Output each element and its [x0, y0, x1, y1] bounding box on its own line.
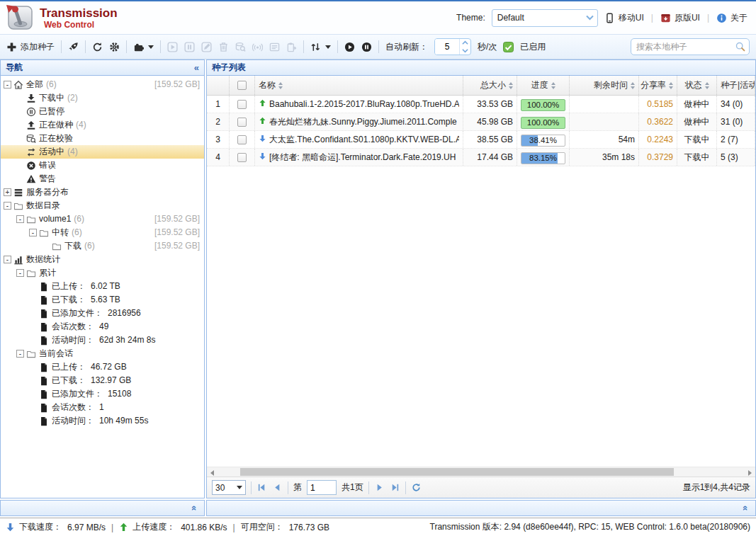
recheck-button[interactable] — [235, 42, 246, 52]
nav-item[interactable]: -数据目录 — [1, 199, 204, 212]
refresh-button[interactable] — [92, 42, 103, 52]
nav-item[interactable]: 已添加文件：15108 — [1, 387, 204, 401]
plugin-menu-button[interactable] — [133, 42, 154, 52]
page-size-select[interactable]: 30 — [212, 480, 246, 495]
column-header-status[interactable]: 状态 — [677, 76, 717, 95]
search-input[interactable] — [631, 38, 750, 55]
scrollbar-thumb[interactable] — [240, 468, 674, 476]
about-label: 关于 — [730, 12, 747, 24]
spinner-up-button[interactable] — [460, 39, 470, 47]
torrent-row[interactable]: 3大太监.The.Confidant.S01.1080p.KKTV.WEB-DL… — [207, 131, 755, 149]
copy-path-button[interactable] — [286, 42, 297, 52]
nav-item[interactable]: 下载(6)[159.52 GB] — [1, 239, 204, 253]
row-checkbox[interactable] — [237, 118, 247, 127]
scrollbar-track[interactable] — [218, 467, 745, 477]
auto-refresh-spinner[interactable] — [434, 38, 471, 55]
nav-item[interactable]: 活动时间：62d 3h 24m 8s — [1, 333, 204, 347]
tree-indent — [1, 300, 29, 300]
nav-item[interactable]: -数据统计 — [1, 253, 204, 266]
spinner-down-button[interactable] — [460, 47, 470, 55]
pause-all-button[interactable] — [361, 42, 372, 52]
about-button[interactable]: 关于 — [716, 12, 747, 24]
tree-expander-icon[interactable]: - — [4, 202, 11, 210]
right-collapsed-panel[interactable]: « — [206, 500, 756, 516]
announce-button[interactable] — [252, 42, 263, 52]
next-page-button[interactable] — [374, 482, 385, 493]
nav-item[interactable]: +服务器分布 — [1, 186, 204, 199]
tree-expander-icon[interactable]: - — [16, 350, 24, 358]
nav-item[interactable]: 已上传：6.02 TB — [1, 280, 204, 293]
start-button[interactable] — [167, 42, 178, 52]
nav-item[interactable]: -累计 — [1, 266, 204, 280]
torrent-row[interactable]: 2春光灿烂猪九妹.Sunny.Piggy.Jiumei.2011.Comple4… — [207, 113, 755, 131]
nav-item[interactable]: 下载中(2) — [1, 91, 204, 105]
queue-menu-button[interactable] — [310, 42, 331, 52]
tree-expander-icon[interactable]: - — [29, 229, 37, 236]
row-checkbox[interactable] — [237, 100, 247, 109]
nav-item[interactable]: 已暂停 — [1, 105, 204, 118]
search-icon[interactable] — [735, 42, 745, 52]
nav-item[interactable]: 活动中(4) — [1, 145, 204, 159]
mobile-ui-button[interactable]: 移动UI — [604, 12, 644, 24]
nav-item[interactable]: -volume1(6)[159.52 GB] — [1, 212, 204, 226]
nav-item[interactable]: 正在校验 — [1, 132, 204, 145]
nav-item[interactable]: 会话次数：49 — [1, 320, 204, 333]
expand-up-icon[interactable]: « — [740, 506, 751, 511]
nav-item[interactable]: 已下载：132.97 GB — [1, 374, 204, 387]
nav-item-label: 服务器分布 — [26, 186, 69, 199]
original-ui-button[interactable]: 原版UI — [660, 12, 700, 24]
nav-item[interactable]: 已下载：5.63 TB — [1, 293, 204, 307]
tree-expander-icon[interactable]: - — [4, 256, 11, 263]
scroll-right-button[interactable] — [745, 467, 755, 477]
scroll-left-button[interactable] — [207, 467, 218, 477]
nav-item[interactable]: -中转(6)[159.52 GB] — [1, 226, 204, 239]
nav-item[interactable]: 错误 — [1, 159, 204, 172]
nav-item[interactable]: 已添加文件：2816956 — [1, 307, 204, 320]
nav-item[interactable]: 正在做种(4) — [1, 118, 204, 132]
rocket-button[interactable] — [68, 42, 79, 52]
theme-select[interactable]: Default — [492, 9, 598, 27]
auto-refresh-input[interactable] — [435, 39, 459, 55]
reload-list-button[interactable] — [411, 482, 422, 493]
column-header-seeds[interactable]: 种子|活动 — [717, 76, 755, 95]
delete-button[interactable] — [218, 42, 229, 52]
details-button[interactable] — [269, 42, 280, 52]
last-page-button[interactable] — [390, 482, 400, 493]
prev-page-button[interactable] — [272, 482, 283, 493]
pause-box-icon — [184, 42, 195, 52]
row-checkbox[interactable] — [237, 153, 247, 162]
first-page-button[interactable] — [256, 482, 267, 493]
start-all-button[interactable] — [344, 42, 355, 52]
horizontal-scrollbar[interactable] — [207, 467, 755, 477]
select-all-header[interactable] — [230, 76, 255, 95]
torrent-row[interactable]: 4[终结者: 黑暗命运].Terminator.Dark.Fate.2019.U… — [207, 149, 755, 166]
settings-button[interactable] — [109, 42, 120, 52]
column-header-size[interactable]: 总大小 — [463, 76, 517, 95]
row-checkbox[interactable] — [237, 135, 247, 144]
speed-info: 下载速度：6.97 MB/s | 上传速度：401.86 KB/s | 可用空间… — [6, 521, 329, 533]
transmission-logo-icon — [6, 3, 34, 33]
nav-item[interactable]: 警告 — [1, 172, 204, 186]
pause-button[interactable] — [184, 42, 195, 52]
nav-item[interactable]: 已上传：46.72 GB — [1, 360, 204, 374]
nav-item[interactable]: -当前会话 — [1, 347, 204, 360]
left-collapsed-panel[interactable]: « — [0, 500, 205, 516]
tree-expander-icon[interactable]: - — [16, 269, 24, 277]
select-all-checkbox[interactable] — [237, 81, 247, 90]
page-number-input[interactable] — [307, 480, 337, 495]
column-header-name[interactable]: 名称 — [255, 76, 463, 95]
column-header-progress[interactable]: 进度 — [517, 76, 570, 95]
tree-expander-icon[interactable]: - — [16, 215, 24, 223]
collapse-left-icon[interactable]: « — [194, 60, 199, 75]
tree-expander-icon[interactable]: + — [4, 188, 11, 196]
nav-item[interactable]: -全部(6)[159.52 GB] — [1, 78, 204, 91]
edit-button[interactable] — [201, 42, 212, 52]
nav-item[interactable]: 会话次数：1 — [1, 401, 204, 414]
column-header-remaining[interactable]: 剩余时间 — [570, 76, 639, 95]
torrent-row[interactable]: 1Baahubali.1-2.2015-2017.BluRay.1080p.Tr… — [207, 96, 755, 113]
tree-expander-icon[interactable]: - — [4, 81, 11, 89]
nav-item[interactable]: 活动时间：10h 49m 55s — [1, 414, 204, 428]
expand-up-icon[interactable]: « — [189, 506, 200, 511]
add-torrent-button[interactable]: 添加种子 — [6, 41, 55, 53]
column-header-ratio[interactable]: 分享率 — [639, 76, 677, 95]
